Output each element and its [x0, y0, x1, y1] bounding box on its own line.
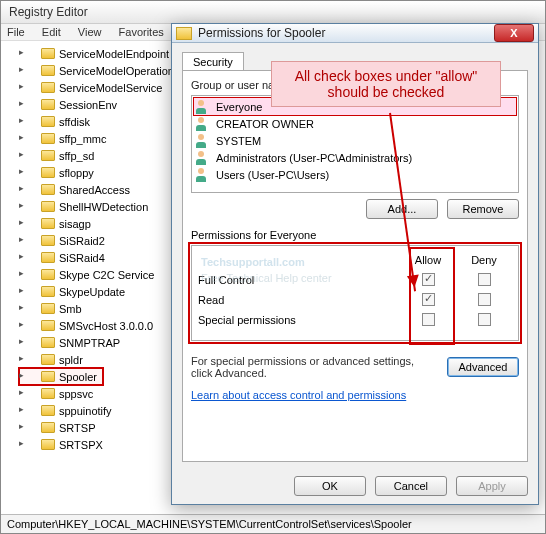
- learn-link[interactable]: Learn about access control and permissio…: [191, 389, 406, 401]
- tree-item-label: sppuinotify: [59, 405, 112, 417]
- user-name: Everyone: [216, 101, 262, 113]
- folder-icon: [41, 184, 55, 195]
- folder-icon: [41, 48, 55, 59]
- folder-icon: [41, 371, 55, 382]
- folder-icon: [41, 201, 55, 212]
- folder-icon: [41, 320, 55, 331]
- perm-row: Full Control: [198, 270, 512, 290]
- advanced-text: For special permissions or advanced sett…: [191, 355, 433, 379]
- tree-item-label: SRTSP: [59, 422, 95, 434]
- folder-icon: [41, 439, 55, 450]
- perm-name: Special permissions: [198, 314, 400, 326]
- tree-item-label: ServiceModelService: [59, 82, 162, 94]
- user-name: Users (User-PC\Users): [216, 169, 329, 181]
- user-icon: [196, 100, 212, 114]
- folder-icon: [41, 133, 55, 144]
- permissions-grid: Allow Deny Full ControlReadSpecial permi…: [191, 245, 519, 341]
- remove-button[interactable]: Remove: [447, 199, 519, 219]
- tree-item-label: SMSvcHost 3.0.0.0: [59, 320, 153, 332]
- folder-icon: [41, 354, 55, 365]
- deny-checkbox[interactable]: [478, 273, 491, 286]
- tree-item-label: SiSRaid2: [59, 235, 105, 247]
- menu-favorites[interactable]: Favorites: [119, 26, 164, 38]
- tree-item-label: sffp_sd: [59, 150, 94, 162]
- folder-icon: [41, 303, 55, 314]
- cancel-button[interactable]: Cancel: [375, 476, 447, 496]
- col-deny: Deny: [456, 254, 512, 266]
- user-row[interactable]: CREATOR OWNER: [194, 115, 516, 132]
- folder-icon: [41, 150, 55, 161]
- tree-item-label: sppsvc: [59, 388, 93, 400]
- close-button[interactable]: X: [494, 24, 534, 42]
- tab-security[interactable]: Security: [182, 52, 244, 71]
- permissions-label: Permissions for Everyone: [191, 229, 519, 241]
- allow-checkbox[interactable]: [422, 313, 435, 326]
- annotation-callout: All check boxes under "allow" should be …: [271, 61, 501, 107]
- folder-icon: [176, 27, 192, 40]
- folder-icon: [41, 337, 55, 348]
- tree-item-label: Skype C2C Service: [59, 269, 154, 281]
- tree-item-label: SkypeUpdate: [59, 286, 125, 298]
- folder-icon: [41, 286, 55, 297]
- tree-item-label: SNMPTRAP: [59, 337, 120, 349]
- tree-item-label: Spooler: [59, 371, 97, 383]
- perm-name: Full Control: [198, 274, 400, 286]
- tree-item-label: Smb: [59, 303, 82, 315]
- dialog-titlebar: Permissions for Spooler X: [172, 24, 538, 43]
- user-name: CREATOR OWNER: [216, 118, 314, 130]
- perm-row: Read: [198, 290, 512, 310]
- tree-item-label: sffp_mmc: [59, 133, 106, 145]
- allow-checkbox[interactable]: [422, 273, 435, 286]
- tree-item-label: SRTSPX: [59, 439, 103, 451]
- folder-icon: [41, 235, 55, 246]
- tree-item-label: spldr: [59, 354, 83, 366]
- advanced-button[interactable]: Advanced: [447, 357, 519, 377]
- user-row[interactable]: Administrators (User-PC\Administrators): [194, 149, 516, 166]
- menu-edit[interactable]: Edit: [42, 26, 61, 38]
- user-name: Administrators (User-PC\Administrators): [216, 152, 412, 164]
- user-name: SYSTEM: [216, 135, 261, 147]
- folder-icon: [41, 65, 55, 76]
- user-icon: [196, 117, 212, 131]
- tree-item-label: SiSRaid4: [59, 252, 105, 264]
- perm-name: Read: [198, 294, 400, 306]
- user-icon: [196, 168, 212, 182]
- folder-icon: [41, 405, 55, 416]
- tree-item-label: sisagp: [59, 218, 91, 230]
- tree-item-label: sffdisk: [59, 116, 90, 128]
- deny-checkbox[interactable]: [478, 293, 491, 306]
- allow-checkbox[interactable]: [422, 293, 435, 306]
- folder-icon: [41, 82, 55, 93]
- apply-button[interactable]: Apply: [456, 476, 528, 496]
- folder-icon: [41, 269, 55, 280]
- menu-view[interactable]: View: [78, 26, 102, 38]
- folder-icon: [41, 218, 55, 229]
- tree-item-label: SharedAccess: [59, 184, 130, 196]
- tree-item-label: ServiceModelEndpoint: [59, 48, 169, 60]
- folder-icon: [41, 99, 55, 110]
- ok-button[interactable]: OK: [294, 476, 366, 496]
- deny-checkbox[interactable]: [478, 313, 491, 326]
- folder-icon: [41, 167, 55, 178]
- user-row[interactable]: SYSTEM: [194, 132, 516, 149]
- folder-icon: [41, 252, 55, 263]
- menu-file[interactable]: File: [7, 26, 25, 38]
- dialog-title: Permissions for Spooler: [198, 26, 494, 40]
- status-bar-path: Computer\HKEY_LOCAL_MACHINE\SYSTEM\Curre…: [1, 514, 545, 533]
- user-icon: [196, 134, 212, 148]
- tree-item-label: ServiceModelOperation: [59, 65, 174, 77]
- tree-item-label: ShellHWDetection: [59, 201, 148, 213]
- folder-icon: [41, 422, 55, 433]
- user-list[interactable]: EveryoneCREATOR OWNERSYSTEMAdministrator…: [191, 95, 519, 193]
- window-title: Registry Editor: [1, 1, 545, 24]
- security-tab-panel: Group or user names: EveryoneCREATOR OWN…: [182, 70, 528, 462]
- folder-icon: [41, 116, 55, 127]
- tree-item-spooler[interactable]: Spooler: [19, 368, 103, 385]
- user-icon: [196, 151, 212, 165]
- folder-icon: [41, 388, 55, 399]
- tree-item-label: sfloppy: [59, 167, 94, 179]
- tree-item-label: SessionEnv: [59, 99, 117, 111]
- user-row[interactable]: Users (User-PC\Users): [194, 166, 516, 183]
- perm-row: Special permissions: [198, 310, 512, 330]
